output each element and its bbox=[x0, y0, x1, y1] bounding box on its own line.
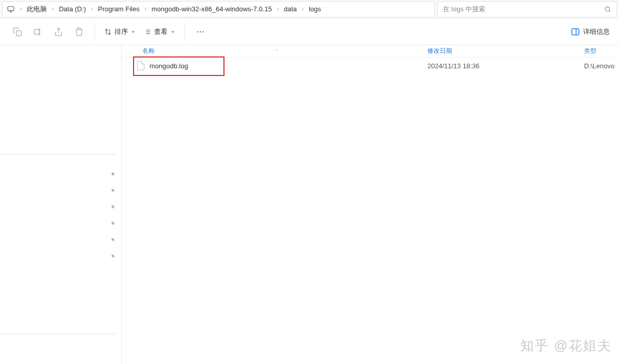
details-pane-icon bbox=[571, 27, 580, 36]
breadcrumb-separator: › bbox=[52, 6, 53, 12]
breadcrumb-item-logs[interactable]: logs bbox=[309, 5, 321, 13]
more-button[interactable] bbox=[191, 23, 210, 41]
svg-rect-2 bbox=[16, 30, 22, 35]
pin-icon bbox=[109, 236, 118, 244]
file-name-cell: mongodb.log bbox=[137, 61, 188, 70]
view-button[interactable]: 查看 ▾ bbox=[141, 23, 178, 41]
column-header-name[interactable]: 名称 bbox=[142, 47, 155, 55]
breadcrumb-separator: › bbox=[302, 6, 304, 12]
sidebar-divider bbox=[0, 154, 116, 155]
pin-icon bbox=[109, 186, 118, 195]
breadcrumb-separator: › bbox=[20, 6, 22, 12]
toolbar-clipboard-group bbox=[4, 23, 95, 41]
toolbar-view-group: 排序 ▾ 查看 ▾ bbox=[97, 23, 185, 41]
toolbar: 排序 ▾ 查看 ▾ 详细信息 bbox=[0, 18, 619, 45]
breadcrumb-item-data[interactable]: data bbox=[284, 5, 297, 13]
copy-icon bbox=[13, 27, 22, 36]
search-input[interactable] bbox=[443, 5, 604, 13]
file-name: mongodb.log bbox=[149, 62, 188, 70]
monitor-icon bbox=[7, 6, 15, 13]
breadcrumb-item-programfiles[interactable]: Program Files bbox=[98, 5, 140, 13]
new-button bbox=[8, 23, 27, 41]
pin-icon bbox=[109, 252, 118, 261]
svg-rect-3 bbox=[34, 29, 40, 34]
breadcrumb-separator: › bbox=[145, 6, 146, 12]
svg-rect-0 bbox=[8, 6, 14, 10]
sidebar-divider bbox=[0, 334, 116, 334]
trash-icon bbox=[74, 27, 84, 36]
file-list-area[interactable]: 名称 ˆ 修改日期 类型 mongodb.log 2024/11/13 18:3… bbox=[122, 45, 619, 364]
file-icon bbox=[137, 61, 144, 70]
breadcrumb-separator: › bbox=[91, 6, 92, 12]
svg-point-4 bbox=[197, 31, 198, 32]
svg-point-5 bbox=[200, 31, 201, 32]
home-icon-wrap[interactable] bbox=[7, 6, 15, 13]
search-icon bbox=[604, 6, 611, 13]
watermark: 知乎 @花姐夫 bbox=[520, 337, 612, 355]
file-date: 2024/11/13 18:36 bbox=[427, 62, 479, 70]
pin-icon bbox=[109, 203, 118, 212]
breadcrumb-item-mongodb[interactable]: mongodb-win32-x86_64-windows-7.0.15 bbox=[152, 5, 272, 13]
file-type: D:\Lenovo bbox=[584, 62, 614, 70]
sidebar[interactable] bbox=[0, 45, 122, 364]
pin-icon bbox=[109, 219, 118, 228]
main-area: 名称 ˆ 修改日期 类型 mongodb.log 2024/11/13 18:3… bbox=[0, 45, 619, 364]
breadcrumb-item-drive[interactable]: Data (D:) bbox=[59, 5, 86, 13]
details-button[interactable]: 详细信息 bbox=[566, 23, 615, 41]
rename-button bbox=[29, 23, 47, 41]
sort-button[interactable]: 排序 ▾ bbox=[101, 23, 139, 41]
view-label: 查看 bbox=[154, 27, 167, 36]
details-label: 详细信息 bbox=[583, 27, 610, 36]
list-icon bbox=[144, 28, 151, 35]
pin-icon bbox=[109, 170, 118, 179]
pinned-indicators bbox=[110, 171, 116, 270]
sort-label: 排序 bbox=[115, 27, 128, 36]
column-header-type[interactable]: 类型 bbox=[584, 47, 596, 55]
svg-point-1 bbox=[605, 7, 609, 11]
file-row[interactable]: mongodb.log 2024/11/13 18:36 D:\Lenovo bbox=[122, 58, 619, 74]
column-header-date[interactable]: 修改日期 bbox=[427, 47, 452, 55]
search-box[interactable] bbox=[437, 1, 617, 17]
share-icon bbox=[54, 27, 63, 36]
breadcrumb[interactable]: › 此电脑 › Data (D:) › Program Files › mong… bbox=[2, 1, 435, 17]
address-bar: › 此电脑 › Data (D:) › Program Files › mong… bbox=[0, 0, 619, 18]
svg-rect-7 bbox=[572, 29, 579, 35]
chevron-down-icon: ▾ bbox=[172, 29, 174, 34]
chevron-down-icon: ▾ bbox=[132, 29, 135, 34]
toolbar-more-group bbox=[187, 23, 214, 41]
sort-ascending-icon: ˆ bbox=[276, 49, 277, 54]
breadcrumb-separator: › bbox=[277, 6, 278, 12]
delete-button bbox=[70, 23, 88, 41]
breadcrumb-item-thispc[interactable]: 此电脑 bbox=[27, 5, 47, 14]
more-icon bbox=[196, 27, 205, 36]
column-headers[interactable]: 名称 ˆ 修改日期 类型 bbox=[122, 45, 619, 58]
sort-icon bbox=[104, 28, 111, 35]
svg-point-6 bbox=[202, 31, 203, 32]
share-button bbox=[49, 23, 68, 41]
rename-icon bbox=[33, 27, 43, 36]
